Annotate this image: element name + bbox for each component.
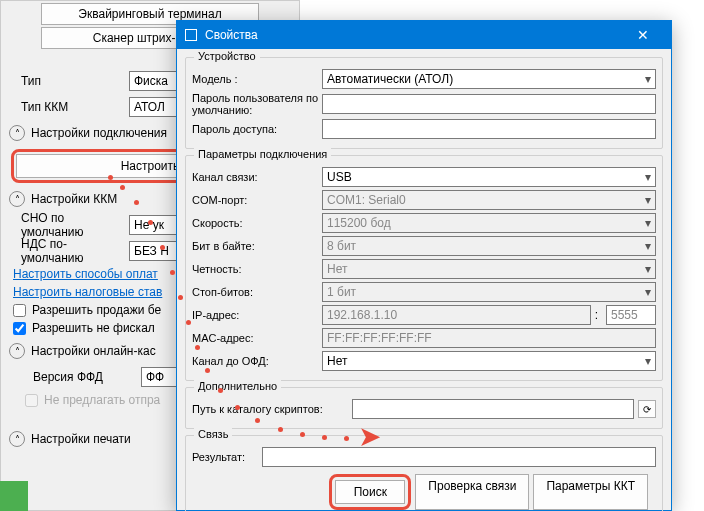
ip-input: [322, 305, 591, 325]
chevron-up-icon: ˄: [9, 125, 25, 141]
no-suggest-checkbox: [25, 394, 38, 407]
nds-label: НДС по-умолчанию: [9, 237, 129, 265]
chevron-up-icon: ˄: [9, 191, 25, 207]
reload-icon[interactable]: ⟳: [638, 400, 656, 418]
allow-nonfiscal-checkbox[interactable]: [13, 322, 26, 335]
channel-select[interactable]: USB: [322, 167, 656, 187]
chevron-up-icon: ˄: [9, 343, 25, 359]
mac-input: [322, 328, 656, 348]
scripts-label: Путь к каталогу скриптов:: [192, 403, 352, 415]
device-fieldset: Устройство Модель : Автоматически (АТОЛ)…: [185, 57, 663, 149]
user-pwd-label: Пароль пользователя по умолчанию:: [192, 92, 322, 116]
stop-label: Стоп-битов:: [192, 286, 322, 298]
device-fieldset-title: Устройство: [194, 50, 260, 62]
speed-label: Скорость:: [192, 217, 322, 229]
allow-nonfiscal-label: Разрешить не фискал: [32, 321, 155, 335]
port-input: [606, 305, 656, 325]
link-fieldset: Связь Результат: Поиск Проверка связи Па…: [185, 435, 663, 511]
model-label: Модель :: [192, 73, 322, 85]
dialog-title: Свойства: [205, 28, 623, 42]
allow-sales-label: Разрешить продажи бе: [32, 303, 161, 317]
com-label: COM-порт:: [192, 194, 322, 206]
connection-settings-label: Настройки подключения: [31, 126, 167, 140]
bits-select: 8 бит: [322, 236, 656, 256]
access-pwd-label: Пароль доступа:: [192, 123, 322, 135]
titlebar[interactable]: Свойства ✕: [177, 21, 671, 49]
window-icon: [185, 29, 197, 41]
mac-label: MAC-адрес:: [192, 332, 322, 344]
ofd-select[interactable]: Нет: [322, 351, 656, 371]
result-input[interactable]: [262, 447, 656, 467]
sno-label: СНО по умолчанию: [9, 211, 129, 239]
channel-label: Канал связи:: [192, 171, 322, 183]
bits-label: Бит в байте:: [192, 240, 322, 252]
print-settings-label: Настройки печати: [31, 432, 131, 446]
type-label: Тип: [9, 74, 129, 88]
parity-label: Четность:: [192, 263, 322, 275]
online-kass-label: Настройки онлайн-кас: [31, 344, 156, 358]
allow-sales-checkbox[interactable]: [13, 304, 26, 317]
access-pwd-input[interactable]: [322, 119, 656, 139]
com-select: COM1: Serial0: [322, 190, 656, 210]
extra-fieldset-title: Дополнительно: [194, 380, 281, 392]
extra-fieldset: Дополнительно Путь к каталогу скриптов: …: [185, 387, 663, 429]
scripts-input[interactable]: [352, 399, 634, 419]
no-suggest-label: Не предлагать отпра: [44, 393, 160, 407]
properties-dialog: Свойства ✕ Устройство Модель : Автоматич…: [176, 20, 672, 511]
connection-fieldset: Параметры подключения Канал связи: USB C…: [185, 155, 663, 381]
port-colon: :: [595, 308, 598, 322]
stop-select: 1 бит: [322, 282, 656, 302]
close-icon[interactable]: ✕: [623, 27, 663, 43]
green-decor: [0, 481, 28, 511]
speed-select: 115200 бод: [322, 213, 656, 233]
ofd-label: Канал до ОФД:: [192, 355, 322, 367]
kkm-settings-label: Настройки ККМ: [31, 192, 117, 206]
kkm-type-label: Тип ККМ: [9, 100, 129, 114]
search-button-highlight: Поиск: [329, 474, 411, 510]
search-button[interactable]: Поиск: [335, 480, 405, 504]
result-label: Результат:: [192, 451, 262, 463]
link-fieldset-title: Связь: [194, 428, 232, 440]
ffd-label: Версия ФФД: [21, 370, 141, 384]
user-pwd-input[interactable]: [322, 94, 656, 114]
model-select[interactable]: Автоматически (АТОЛ): [322, 69, 656, 89]
kkt-params-button[interactable]: Параметры ККТ: [533, 474, 648, 510]
parity-select: Нет: [322, 259, 656, 279]
check-connection-button[interactable]: Проверка связи: [415, 474, 529, 510]
connection-fieldset-title: Параметры подключения: [194, 148, 331, 160]
chevron-up-icon: ˄: [9, 431, 25, 447]
ip-label: IP-адрес:: [192, 309, 322, 321]
